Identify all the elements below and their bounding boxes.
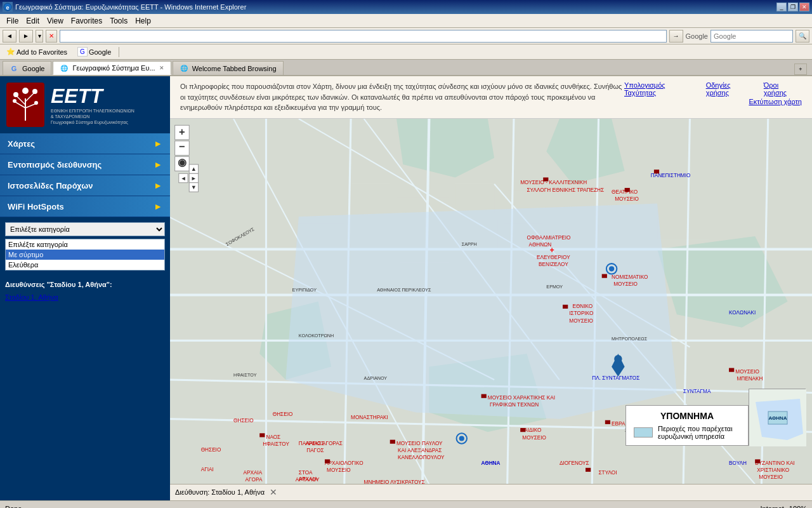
forward-button[interactable]: ►	[19, 30, 33, 43]
dropdown-button[interactable]: ▾	[36, 30, 43, 43]
svg-text:ΗΦΑΙΣΤΟΥ: ΗΦΑΙΣΤΟΥ	[233, 371, 257, 377]
map-area[interactable]: ΣΟΦΟΚΛΕΟΥΣ ΕΥΡΙΠΙΔΟΥ ΑΘΗΝΑΙΟΣ ΠΕΡΙΚΛΕΟΥΣ…	[170, 119, 812, 484]
sidebar-wifi-button[interactable]: WiFi HotSpots ►	[0, 196, 170, 217]
svg-text:ΜΟΥΣΕΙΟ: ΜΟΥΣΕΙΟ	[522, 434, 546, 440]
svg-text:ΣΤΟΑ: ΣΤΟΑ	[299, 470, 313, 476]
svg-rect-137	[755, 459, 760, 463]
legend-item-text: Περιοχές που παρέχεται ευρυζωνική υπηρεσ…	[658, 425, 740, 440]
dropdown-option-selected[interactable]: Με σύρτιμο	[6, 250, 164, 260]
tab-favicon-google: G	[10, 64, 18, 73]
favorites-google[interactable]: G Google	[74, 46, 115, 58]
svg-text:e: e	[6, 4, 9, 11]
menu-edit[interactable]: Edit	[22, 15, 43, 27]
terms-link[interactable]: Όροι χρήσης	[764, 81, 802, 97]
svg-text:ΙΣΤΟΡΙΚΟ: ΙΣΤΟΡΙΚΟ	[569, 311, 593, 316]
svg-text:ΝΟΜΙΣΜΑΤΙΚΟ: ΝΟΜΙΣΜΑΤΙΚΟ	[612, 274, 648, 279]
svg-text:ΒΕΝΙΖΕΛΟΥ: ΒΕΝΙΖΕΛΟΥ	[539, 262, 568, 267]
sidebar-location-button[interactable]: Εντοπισμός διεύθυνσης ►	[0, 154, 170, 175]
svg-point-8	[13, 92, 18, 97]
page-body: ΕΕΤΤ ΕΘΝΙΚΗ ΕΠΙΤΡΟΠΗ ΤΗΛΕΠΙΚΟΙΝΩΝΙΩΝ& ΤΑ…	[0, 76, 812, 500]
dropdown-option-placeholder[interactable]: Επιλέξτε κατηγορία	[6, 239, 164, 250]
svg-text:+: +	[549, 245, 554, 254]
titlebar-controls[interactable]: _ ❐ ✕	[776, 3, 809, 11]
svg-text:ΜΗΤΡΟΠΟΛΕΩΣ: ΜΗΤΡΟΠΟΛΕΩΣ	[612, 336, 648, 342]
menu-file[interactable]: File	[3, 15, 22, 27]
svg-rect-140	[605, 420, 610, 424]
tab-label-google: Google	[22, 65, 44, 72]
dropdown-option-free[interactable]: Ελεύθερα	[6, 260, 164, 270]
legend-box: ΥΠΟΜΝΗΜΑ Περιοχές που παρέχεται ευρυζωνι…	[625, 405, 749, 446]
restore-button[interactable]: ❐	[788, 3, 798, 11]
menu-tools[interactable]: Tools	[106, 15, 131, 27]
svg-text:ΜΟΥΣΕΙΟ: ΜΟΥΣΕΙΟ	[735, 368, 759, 374]
svg-point-153	[609, 266, 614, 271]
header-info-text: Οι πληροφορίες που παρουσιάζονται στον Χ…	[180, 81, 624, 113]
address-bar-bottom: Διεύθυνση: Σταδίου 1, Αθήνα ✕	[170, 484, 812, 500]
print-map-link[interactable]: Εκτύπωση χάρτη	[749, 98, 802, 105]
category-section: Επιλέξτε κατηγορία Με σύρτιμο Ελεύθερα Ε…	[0, 217, 170, 276]
new-tab-button[interactable]: +	[794, 64, 807, 75]
title-bar: e Γεωγραφικό Σύστημα: Ευρυζωνικότητας ΕΕ…	[0, 0, 812, 14]
svg-text:ΕΥΡΙΠΙΔΟΥ: ΕΥΡΙΠΙΔΟΥ	[292, 287, 317, 293]
svg-text:ΘΗΣΕΙΟ: ΘΗΣΕΙΟ	[233, 417, 254, 423]
svg-text:ΚΟΛΩΝΑΚΙ: ΚΟΛΩΝΑΚΙ	[729, 310, 756, 316]
svg-text:ΚΟΛΟΚΟΤΡΩΝΗ: ΚΟΛΟΚΟΤΡΩΝΗ	[299, 333, 334, 338]
sidebar-providers-button[interactable]: Ιστοσελίδες Παρόχων ►	[0, 175, 170, 196]
menu-help[interactable]: Help	[131, 15, 155, 27]
tab-close-geographico[interactable]: ✕	[159, 65, 164, 71]
menu-view[interactable]: View	[43, 15, 67, 27]
tab-google[interactable]: G Google	[3, 61, 51, 75]
arrow-icon-3: ►	[154, 180, 162, 190]
menu-favorites[interactable]: Favorites	[67, 15, 106, 27]
tab-favicon-welcome: 🌐	[180, 64, 188, 73]
go-button[interactable]: →	[669, 30, 683, 43]
usage-guide-link[interactable]: Οδηγίες χρήσης	[706, 81, 754, 97]
svg-text:▲: ▲	[191, 166, 197, 172]
svg-point-11	[34, 101, 38, 105]
legend-title: ΥΠΟΜΝΗΜΑ	[634, 411, 740, 421]
address-result-link[interactable]: Σταδίου 1, Αθήνα	[5, 291, 165, 304]
tab-geographico[interactable]: 🌐 Γεωγραφικό Σύστημα Ευ... ✕	[53, 61, 171, 75]
search-input[interactable]	[710, 30, 793, 43]
svg-text:ΓΡΑΦΙΚΩΝ ΤΕΧΝΩΝ: ΓΡΑΦΙΚΩΝ ΤΕΧΝΩΝ	[490, 402, 539, 408]
svg-rect-142	[259, 433, 265, 437]
search-button[interactable]: 🔍	[796, 30, 809, 43]
sidebar-maps-button[interactable]: Χάρτες ►	[0, 133, 170, 154]
close-button[interactable]: ✕	[799, 3, 809, 11]
svg-text:−: −	[179, 140, 185, 152]
dropdown-list: Επιλέξτε κατηγορία Με σύρτιμο Ελεύθερα	[5, 239, 165, 271]
add-favorites-button[interactable]: ⭐Add to Favorites	[3, 46, 71, 57]
svg-text:ΑΡΧΑΙΑ: ΑΡΧΑΙΑ	[244, 470, 263, 476]
svg-text:ΠΑΛΑΙΑΣ ΑΓΟΡΑΣ: ΠΑΛΑΙΑΣ ΑΓΟΡΑΣ	[299, 440, 343, 446]
svg-text:ΑΡΧΑΙΟΛΟΓΙΚΟ: ΑΡΧΑΙΟΛΟΓΙΚΟ	[325, 460, 363, 465]
svg-rect-133	[602, 274, 607, 277]
legend-color	[634, 427, 653, 438]
zone-text: Internet	[761, 505, 784, 508]
svg-text:ΜΟΥΣΕΙΟ ΧΑΡΑΚΤΙΚΗΣ ΚΑΙ: ΜΟΥΣΕΙΟ ΧΑΡΑΚΤΙΚΗΣ ΚΑΙ	[488, 394, 555, 400]
back-button[interactable]: ◄	[3, 30, 16, 43]
minimize-button[interactable]: _	[776, 3, 787, 11]
category-dropdown[interactable]: Επιλέξτε κατηγορία Με σύρτιμο Ελεύθερα	[5, 222, 165, 236]
svg-text:+: +	[179, 125, 185, 137]
address-input[interactable]: http://mapsrv1.terra.gr/eettutilities/ma…	[60, 30, 667, 43]
stop-button[interactable]: ✕	[46, 30, 57, 43]
header-links: Υπολογισμός Ταχύτητας Οδηγίες χρήσης Όρο…	[624, 81, 802, 105]
svg-text:►: ►	[191, 175, 197, 181]
address-section-label: Διευθύνσεις "Σταδίου 1, Αθήνα":	[5, 278, 165, 291]
speed-calc-link[interactable]: Υπολογισμός Ταχύτητας	[624, 81, 696, 97]
svg-text:ΑΘΗΝΑ: ΑΘΗΝΑ	[481, 460, 501, 465]
svg-text:ΜΟΥΣΕΙΟ: ΜΟΥΣΕΙΟ	[615, 196, 639, 202]
menu-bar: File Edit View Favorites Tools Help	[0, 14, 812, 28]
svg-text:ΘΗΣΕΙΟ: ΘΗΣΕΙΟ	[201, 447, 221, 453]
logo-text-area: ΕΕΤΤ ΕΘΝΙΚΗ ΕΠΙΤΡΟΠΗ ΤΗΛΕΠΙΚΟΙΝΩΝΙΩΝ& ΤΑ…	[51, 84, 134, 125]
svg-text:ΠΑΝΕΠΙΣΤΗΜΙΟ: ΠΑΝΕΠΙΣΤΗΜΙΟ	[651, 173, 691, 178]
svg-text:ΗΦΑΙΣΤΟΥ: ΗΦΑΙΣΤΟΥ	[263, 441, 289, 446]
svg-text:ΑΓΟΡΑ: ΑΓΟΡΑ	[246, 477, 263, 483]
tab-welcome[interactable]: 🌐 Welcome Tabbed Browsing	[173, 61, 284, 75]
svg-rect-139	[520, 428, 525, 432]
svg-point-157	[459, 436, 464, 441]
svg-text:◉: ◉	[178, 156, 187, 167]
athens-mini-map: ΑΘΗΝΑ	[749, 389, 806, 446]
close-address-button[interactable]: ✕	[270, 487, 277, 497]
eett-title: ΕΕΤΤ	[51, 84, 134, 108]
